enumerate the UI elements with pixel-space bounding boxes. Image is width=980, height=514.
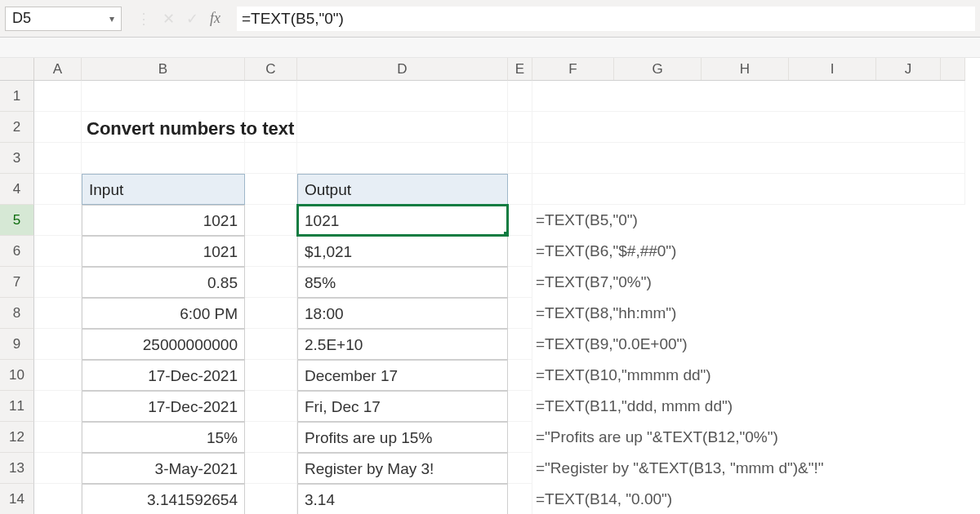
col-header[interactable]: I [789, 58, 876, 80]
table-cell-output[interactable]: 85% [297, 267, 508, 298]
formula-text[interactable]: =TEXT(B14, "0.00") [532, 484, 965, 514]
cell[interactable] [508, 329, 532, 360]
cell[interactable] [508, 112, 532, 143]
cell[interactable] [34, 236, 82, 267]
row-header[interactable]: 2 [0, 112, 34, 143]
cell[interactable] [508, 267, 532, 298]
table-cell-output[interactable]: 2.5E+10 [297, 329, 508, 360]
row-header[interactable]: 13 [0, 453, 34, 484]
row-header[interactable]: 6 [0, 236, 34, 267]
formula-text[interactable]: =TEXT(B7,"0%") [532, 267, 965, 298]
table-cell-input[interactable]: 25000000000 [82, 329, 245, 360]
cell[interactable] [34, 174, 82, 205]
formula-text[interactable]: =TEXT(B6,"$#,##0") [532, 236, 965, 267]
cancel-icon[interactable]: ✕ [163, 10, 175, 28]
formula-text[interactable]: =TEXT(B5,"0") [532, 205, 965, 236]
cell[interactable] [34, 391, 82, 422]
cell[interactable] [508, 298, 532, 329]
cell[interactable] [245, 298, 297, 329]
col-header[interactable]: F [532, 58, 614, 80]
row-header[interactable]: 8 [0, 298, 34, 329]
cell[interactable] [34, 112, 82, 143]
cell[interactable] [34, 205, 82, 236]
cell[interactable] [245, 236, 297, 267]
cell[interactable] [508, 81, 532, 112]
row-header[interactable]: 9 [0, 329, 34, 360]
formula-text[interactable]: ="Profits are up "&TEXT(B12,"0%") [532, 422, 965, 453]
col-header[interactable]: H [702, 58, 789, 80]
formula-text[interactable]: =TEXT(B10,"mmmm dd") [532, 360, 965, 391]
formula-text[interactable]: =TEXT(B11,"ddd, mmm dd") [532, 391, 965, 422]
cell[interactable] [34, 298, 82, 329]
table-cell-output[interactable]: Profits are up 15% [297, 422, 508, 453]
table-cell-output[interactable]: Fri, Dec 17 [297, 391, 508, 422]
cell[interactable] [34, 329, 82, 360]
cell[interactable] [508, 453, 532, 484]
table-cell-output[interactable]: $1,021 [297, 236, 508, 267]
row-header[interactable]: 7 [0, 267, 34, 298]
enter-icon[interactable]: ✓ [186, 10, 198, 28]
cell[interactable] [508, 143, 532, 174]
cell[interactable] [245, 453, 297, 484]
cell[interactable] [245, 360, 297, 391]
table-cell-input[interactable]: 15% [82, 422, 245, 453]
cell[interactable] [34, 484, 82, 514]
table-cell-input[interactable]: 1021 [82, 236, 245, 267]
col-header[interactable]: B [82, 58, 245, 81]
table-cell-input[interactable]: 3.141592654 [82, 484, 245, 514]
cell[interactable] [508, 174, 532, 205]
fx-icon[interactable]: fx [210, 10, 220, 27]
cell[interactable] [245, 205, 297, 236]
col-header[interactable]: J [876, 58, 941, 80]
table-cell-input[interactable]: 3-May-2021 [82, 453, 245, 484]
row-header[interactable]: 12 [0, 422, 34, 453]
formula-input[interactable] [237, 7, 975, 31]
col-header-e[interactable]: E [508, 58, 532, 81]
cell[interactable] [245, 81, 297, 112]
row-header[interactable]: 10 [0, 360, 34, 391]
formula-text[interactable]: =TEXT(B8,"hh:mm") [532, 298, 965, 329]
cell[interactable] [245, 484, 297, 514]
cell[interactable] [532, 112, 965, 143]
cell[interactable] [245, 329, 297, 360]
table-cell-output[interactable]: 1021 [297, 205, 508, 236]
cell[interactable] [34, 81, 82, 112]
table-cell-input[interactable]: 17-Dec-2021 [82, 391, 245, 422]
table-cell-input[interactable]: 17-Dec-2021 [82, 360, 245, 391]
cell[interactable] [34, 422, 82, 453]
cell[interactable] [245, 174, 297, 205]
col-header[interactable]: D [297, 58, 508, 81]
cell[interactable] [34, 143, 82, 174]
table-cell-output[interactable]: 18:00 [297, 298, 508, 329]
row-header[interactable]: 3 [0, 143, 34, 174]
cell[interactable] [34, 360, 82, 391]
cell[interactable] [34, 267, 82, 298]
select-all-corner[interactable] [0, 58, 34, 81]
cell[interactable] [245, 391, 297, 422]
cell[interactable] [508, 391, 532, 422]
chevron-down-icon[interactable]: ▾ [109, 13, 114, 24]
cell[interactable] [508, 236, 532, 267]
cell[interactable] [245, 267, 297, 298]
cell[interactable] [508, 484, 532, 514]
cell[interactable] [508, 360, 532, 391]
row-header[interactable]: 4 [0, 174, 34, 205]
cell[interactable] [82, 143, 245, 174]
col-header[interactable]: A [34, 58, 82, 81]
cell[interactable] [297, 112, 508, 143]
row-header[interactable]: 1 [0, 81, 34, 112]
cell[interactable] [508, 205, 532, 236]
row-header[interactable]: 11 [0, 391, 34, 422]
formula-text[interactable]: =TEXT(B9,"0.0E+00") [532, 329, 965, 360]
formula-text[interactable]: ="Register by "&TEXT(B13, "mmm d")&"!" [532, 453, 965, 484]
cell[interactable] [82, 81, 245, 112]
table-cell-input[interactable]: 1021 [82, 205, 245, 236]
cell[interactable] [532, 143, 965, 174]
table-cell-input[interactable]: 6:00 PM [82, 298, 245, 329]
cell[interactable] [34, 453, 82, 484]
col-header[interactable]: G [614, 58, 702, 80]
page-title[interactable]: Convert numbers to text [82, 112, 245, 143]
table-header-output[interactable]: Output [297, 174, 508, 205]
cell[interactable] [297, 143, 508, 174]
cell[interactable] [245, 143, 297, 174]
